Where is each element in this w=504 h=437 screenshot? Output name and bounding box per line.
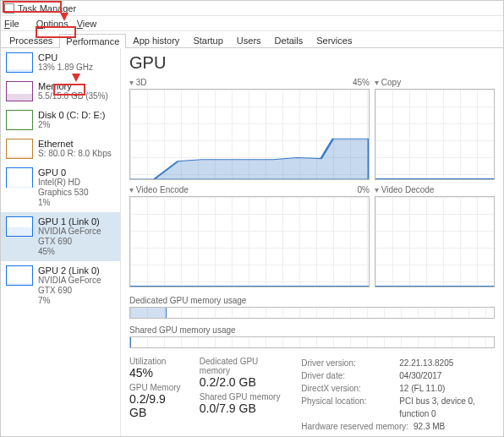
stat-value: 45%	[129, 366, 181, 380]
gpu-thumb-icon	[6, 216, 33, 237]
annotation-arrow-icon	[72, 74, 80, 82]
chart-value: 0%	[358, 185, 370, 194]
stat-key: Driver date:	[301, 369, 394, 382]
tab-startup[interactable]: Startup	[186, 33, 229, 47]
stats-panel: Utilization 45% GPU Memory 0.2/9.9 GB De…	[129, 357, 495, 433]
content-area: CPU 13% 1.89 GHz Memory 5.5/15.8 GB (35%…	[1, 48, 503, 436]
stat-key: Driver version:	[301, 357, 394, 369]
cpu-thumb-icon	[6, 52, 33, 73]
chart-label[interactable]: Copy	[375, 78, 401, 87]
tab-services[interactable]: Services	[310, 33, 359, 47]
stat-label: Shared GPU memory	[200, 392, 282, 401]
tab-strip: Processes Performance App history Startu…	[1, 31, 503, 48]
chart-video-decode: Video Decode	[375, 185, 495, 287]
stat-val: 04/30/2017	[399, 369, 441, 382]
sidebar-item-label: Ethernet	[38, 139, 112, 149]
sidebar-item-disk[interactable]: Disk 0 (C: D: E:) 2%	[1, 106, 120, 134]
sidebar-item-label: Disk 0 (C: D: E:)	[38, 110, 105, 120]
stat-val: 22.21.13.8205	[399, 357, 453, 369]
window-title: Task Manager	[18, 3, 76, 14]
stat-value: 0.2/9.9 GB	[129, 392, 181, 419]
chart-row-bottom: Video Encode 0% Video Decode	[129, 185, 495, 287]
chart-area-video-encode	[129, 196, 370, 287]
chart-copy: Copy	[375, 78, 495, 180]
chart-label[interactable]: Video Decode	[375, 185, 434, 194]
sidebar-item-sub: 13% 1.89 GHz	[38, 63, 93, 73]
chart-area-3d	[129, 89, 370, 180]
sidebar-item-label: GPU 0	[38, 167, 115, 178]
stat-label: Utilization	[129, 357, 181, 366]
stat-value: 0.0/7.9 GB	[200, 401, 282, 415]
dedicated-mem-strip	[129, 307, 495, 319]
chart-row-top: 3D 45% Copy	[129, 78, 495, 180]
tab-processes[interactable]: Processes	[3, 33, 59, 47]
chart-label[interactable]: Video Encode	[129, 185, 189, 194]
gpu-thumb-icon	[6, 265, 33, 286]
stat-col-1: Utilization 45% GPU Memory 0.2/9.9 GB	[129, 357, 181, 433]
chart-value: 45%	[353, 78, 370, 87]
chart-3d: 3D 45%	[129, 78, 370, 180]
dedicated-mem-label: Dedicated GPU memory usage	[129, 296, 495, 305]
main-panel: GPU 3D 45% Copy	[121, 48, 503, 436]
sidebar-item-sub: NVIDIA GeForce GTX 690 45%	[38, 227, 115, 257]
stat-col-3: Driver version:22.21.13.8205 Driver date…	[301, 357, 495, 433]
stat-label: Dedicated GPU memory	[200, 357, 282, 375]
sidebar-item-label: GPU 1 (Link 0)	[38, 216, 115, 227]
sidebar-item-sub: 5.5/15.8 GB (35%)	[38, 91, 108, 101]
sidebar-item-sub: 2%	[38, 120, 105, 130]
sidebar: CPU 13% 1.89 GHz Memory 5.5/15.8 GB (35%…	[1, 48, 121, 436]
stat-val: PCI bus 3, device 0, function 0	[399, 395, 495, 420]
chart-area-copy	[375, 89, 495, 180]
sidebar-item-memory[interactable]: Memory 5.5/15.8 GB (35%)	[1, 77, 120, 106]
annotation-arrow-icon	[60, 13, 68, 21]
tab-users[interactable]: Users	[230, 33, 268, 47]
tab-performance[interactable]: Performance	[59, 34, 126, 48]
shared-mem-strip	[129, 336, 495, 348]
sidebar-item-sub: S: 80.0 R: 8.0 Kbps	[38, 149, 112, 159]
sidebar-item-cpu[interactable]: CPU 13% 1.89 GHz	[1, 48, 120, 77]
sidebar-item-label: CPU	[38, 52, 93, 63]
app-icon	[4, 3, 14, 14]
sidebar-item-sub: Intel(R) HD Graphics 530 1%	[38, 178, 115, 208]
stat-val: 12 (FL 11.0)	[399, 382, 445, 395]
sidebar-item-label: Memory	[38, 81, 108, 91]
shared-mem-label: Shared GPU memory usage	[129, 325, 495, 335]
menu-view[interactable]: View	[77, 19, 97, 29]
page-title: GPU	[129, 53, 495, 73]
tab-details[interactable]: Details	[268, 33, 310, 47]
titlebar: Task Manager	[1, 1, 503, 16]
stat-key: Physical location:	[301, 395, 394, 420]
menubar: File Options View	[1, 16, 503, 31]
sidebar-item-gpu2[interactable]: GPU 2 (Link 0) NVIDIA GeForce GTX 690 7%	[1, 261, 120, 310]
menu-file[interactable]: File	[4, 19, 28, 29]
sidebar-item-sub: NVIDIA GeForce GTX 690 7%	[38, 276, 115, 306]
chart-label[interactable]: 3D	[129, 78, 147, 87]
chart-video-encode: Video Encode 0%	[129, 185, 370, 287]
sidebar-item-ethernet[interactable]: Ethernet S: 80.0 R: 8.0 Kbps	[1, 134, 120, 163]
stat-key: Hardware reserved memory:	[301, 420, 408, 433]
ethernet-thumb-icon	[6, 139, 33, 159]
stat-val: 92.3 MB	[414, 420, 445, 433]
gpu-thumb-icon	[6, 167, 33, 188]
tab-app-history[interactable]: App history	[126, 33, 186, 47]
stat-col-2: Dedicated GPU memory 0.2/2.0 GB Shared G…	[200, 357, 282, 433]
sidebar-item-gpu1[interactable]: GPU 1 (Link 0) NVIDIA GeForce GTX 690 45…	[1, 212, 120, 261]
stat-label: GPU Memory	[129, 383, 181, 392]
sidebar-item-label: GPU 2 (Link 0)	[38, 265, 115, 276]
stat-value: 0.2/2.0 GB	[200, 375, 282, 389]
chart-area-video-decode	[375, 196, 495, 287]
svg-marker-0	[130, 139, 369, 179]
disk-thumb-icon	[6, 110, 33, 130]
memory-thumb-icon	[6, 81, 33, 101]
stat-key: DirectX version:	[301, 382, 394, 395]
sidebar-item-gpu0[interactable]: GPU 0 Intel(R) HD Graphics 530 1%	[1, 163, 120, 212]
